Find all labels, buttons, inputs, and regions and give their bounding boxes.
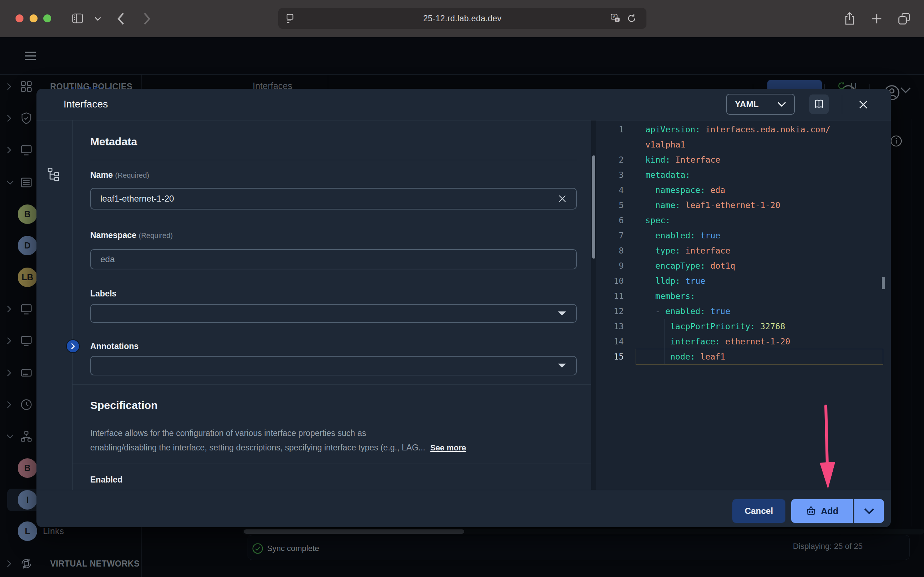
- close-icon: [858, 100, 868, 110]
- yaml-line-content: apiVersion: interfaces.eda.nokia.com/: [636, 122, 883, 137]
- yaml-line[interactable]: 6spec:: [596, 213, 891, 228]
- yaml-line[interactable]: 3metadata:: [596, 167, 891, 182]
- labels-label: Labels: [90, 289, 577, 298]
- new-tab-icon[interactable]: [871, 13, 883, 25]
- annotations-select[interactable]: [90, 356, 577, 376]
- yaml-line-content: interface: ethernet-1-20: [636, 334, 883, 349]
- close-button[interactable]: [855, 96, 872, 113]
- yaml-line[interactable]: 15node: leaf1: [596, 349, 891, 364]
- yaml-line[interactable]: 12- enabled: true: [596, 304, 891, 319]
- line-number: 7: [596, 228, 636, 243]
- modal-header-separator: [842, 95, 842, 114]
- traffic-light-zoom-button[interactable]: [43, 15, 51, 23]
- yaml-line-content: kind: Interface: [636, 152, 883, 167]
- yaml-line[interactable]: 4namespace: eda: [596, 182, 891, 198]
- specification-section-heading: Specification: [90, 399, 577, 411]
- yaml-line-content: name: leaf1-ethernet-1-20: [636, 198, 883, 213]
- form-tree-icon[interactable]: [47, 167, 62, 182]
- yaml-line-content: enabled: true: [636, 228, 883, 243]
- chevron-right-icon: [70, 343, 76, 350]
- share-icon[interactable]: [843, 11, 856, 26]
- yaml-line[interactable]: 11members:: [596, 288, 891, 304]
- page-settings-icon[interactable]: [285, 13, 296, 24]
- line-number: 2: [596, 152, 636, 167]
- add-button[interactable]: Add: [791, 499, 853, 523]
- form-scrollbar-track[interactable]: [591, 121, 596, 490]
- chevron-down-icon: [864, 508, 874, 514]
- line-number: 4: [596, 182, 636, 198]
- modal-body: Metadata Name (Required) leaf1-ethernet-…: [36, 121, 891, 490]
- modal-footer: Cancel Add: [36, 490, 891, 527]
- indent-guide: [664, 319, 664, 364]
- format-select-value: YAML: [735, 99, 759, 109]
- traffic-light-close-button[interactable]: [16, 15, 23, 23]
- line-number: 3: [596, 167, 636, 182]
- yaml-line[interactable]: 8type: interface: [596, 243, 891, 258]
- yaml-line-content: members:: [636, 288, 883, 304]
- labels-select[interactable]: [90, 304, 577, 323]
- line-number: 9: [596, 258, 636, 273]
- sidebar-toggle-chevron-icon[interactable]: [95, 16, 101, 21]
- url-text: 25-12.rd.lab.eda.dev: [423, 14, 502, 23]
- name-input[interactable]: leaf1-ethernet-1-20: [90, 188, 577, 210]
- clear-name-icon[interactable]: [558, 194, 567, 203]
- svg-text:x: x: [616, 18, 618, 22]
- annotation-arrow: [811, 403, 843, 492]
- yaml-line-content: spec:: [636, 213, 883, 228]
- yaml-line-content: encapType: dot1q: [636, 258, 883, 273]
- indent-guide: [649, 228, 649, 364]
- namespace-value: eda: [100, 254, 567, 264]
- see-more-link[interactable]: See more: [430, 443, 466, 452]
- form-scrollbar-thumb[interactable]: [592, 155, 595, 259]
- yaml-line[interactable]: 1apiVersion: interfaces.eda.nokia.com/: [596, 122, 891, 137]
- split-view-icon: [814, 99, 824, 110]
- yaml-line[interactable]: 2kind: Interface: [596, 152, 891, 167]
- reload-icon[interactable]: [626, 13, 637, 24]
- yaml-editor[interactable]: 1apiVersion: interfaces.eda.nokia.com/v1…: [596, 121, 891, 490]
- interfaces-modal: Interfaces YAML: [36, 89, 891, 527]
- split-view-button[interactable]: [809, 95, 829, 114]
- yaml-line-content: node: leaf1: [636, 349, 883, 364]
- line-number: 13: [596, 319, 636, 334]
- namespace-input[interactable]: eda: [90, 249, 577, 269]
- enabled-label: Enabled: [90, 475, 577, 485]
- modal-title: Interfaces: [63, 98, 108, 110]
- yaml-line[interactable]: 14interface: ethernet-1-20: [596, 334, 891, 349]
- add-options-button[interactable]: [855, 499, 884, 523]
- line-number: 12: [596, 304, 636, 319]
- yaml-line[interactable]: v1alpha1: [596, 137, 891, 152]
- name-value: leaf1-ethernet-1-20: [100, 193, 558, 204]
- annotations-label: Annotations: [90, 342, 577, 351]
- yaml-line[interactable]: 9encapType: dot1q: [596, 258, 891, 273]
- back-button[interactable]: [116, 12, 125, 26]
- yaml-line[interactable]: 13lacpPortPriority: 32768: [596, 319, 891, 334]
- basket-icon: [806, 505, 816, 517]
- specification-description: Interface allows for the configuration o…: [90, 426, 577, 455]
- yaml-line-content: metadata:: [636, 167, 883, 182]
- sidebar-toggle-icon[interactable]: [71, 13, 84, 24]
- line-number: 5: [596, 198, 636, 213]
- translate-icon[interactable]: A x: [611, 13, 620, 23]
- yaml-line[interactable]: 5name: leaf1-ethernet-1-20: [596, 198, 891, 213]
- browser-chrome: 25-12.rd.lab.eda.dev A x: [0, 0, 924, 37]
- cancel-button[interactable]: Cancel: [732, 499, 785, 523]
- line-number: 8: [596, 243, 636, 258]
- address-bar[interactable]: 25-12.rd.lab.eda.dev A x: [278, 8, 646, 29]
- traffic-light-minimize-button[interactable]: [30, 15, 37, 23]
- yaml-line-content: namespace: eda: [636, 182, 883, 198]
- yaml-line[interactable]: 10lldp: true: [596, 273, 891, 288]
- yaml-line[interactable]: 7enabled: true: [596, 228, 891, 243]
- yaml-line-content: lldp: true: [636, 273, 883, 288]
- section-divider: [73, 463, 591, 463]
- indent-guide: [649, 182, 649, 213]
- yaml-line-content: lacpPortPriority: 32768: [636, 319, 883, 334]
- expand-advanced-badge[interactable]: [66, 339, 80, 353]
- yaml-scrollbar-thumb[interactable]: [882, 277, 885, 289]
- yaml-line-content: type: interface: [636, 243, 883, 258]
- tab-overview-icon[interactable]: [897, 12, 911, 26]
- format-select[interactable]: YAML: [726, 94, 795, 115]
- section-divider: [73, 384, 591, 385]
- namespace-label: Namespace (Required): [90, 230, 577, 240]
- forward-button[interactable]: [143, 12, 152, 26]
- svg-text:A: A: [613, 15, 615, 19]
